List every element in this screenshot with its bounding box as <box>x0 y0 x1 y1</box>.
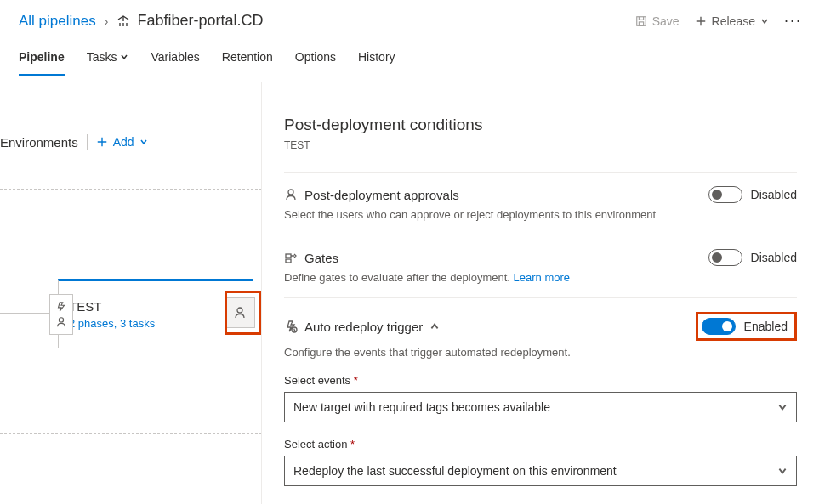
gates-toggle[interactable] <box>708 249 742 266</box>
release-button[interactable]: Release <box>695 14 769 28</box>
person-icon <box>55 316 67 328</box>
trigger-toggle[interactable] <box>702 318 736 335</box>
tab-history[interactable]: History <box>358 42 395 76</box>
tab-retention[interactable]: Retention <box>222 42 273 76</box>
gates-toggle-label: Disabled <box>751 251 797 264</box>
tab-variables[interactable]: Variables <box>151 42 199 76</box>
events-select-value: New target with required tags becomes av… <box>293 400 550 414</box>
svg-rect-0 <box>636 16 646 25</box>
save-button[interactable]: Save <box>635 14 680 28</box>
vertical-divider <box>87 134 88 150</box>
tab-pipeline[interactable]: Pipeline <box>19 42 65 76</box>
required-star: * <box>350 438 355 450</box>
gates-section: Gates Disabled Define gates to evaluate … <box>284 235 797 297</box>
approvals-toggle[interactable] <box>708 186 742 203</box>
required-star: * <box>354 374 358 387</box>
svg-point-2 <box>59 318 63 322</box>
gates-title: Gates <box>304 251 338 265</box>
chevron-down-icon <box>139 138 148 146</box>
chevron-up-icon <box>429 321 440 331</box>
breadcrumb-root-link[interactable]: All pipelines <box>19 13 96 30</box>
person-icon <box>284 188 298 201</box>
stage-name: TEST <box>69 299 242 314</box>
highlight-box: Enabled <box>696 312 797 341</box>
plus-icon <box>96 136 108 148</box>
chevron-down-icon <box>777 466 788 476</box>
gates-desc: Define gates to evaluate after the deplo… <box>284 271 797 284</box>
tab-tasks-label: Tasks <box>87 50 117 64</box>
svg-rect-1 <box>639 21 643 25</box>
gates-icon <box>284 251 298 264</box>
section-header: Gates Disabled <box>284 249 797 266</box>
tab-options[interactable]: Options <box>295 42 336 76</box>
panel-subtitle: TEST <box>284 139 797 151</box>
stage-card-wrap: TEST 2 phases, 3 tasks <box>58 279 253 348</box>
trigger-icon <box>284 320 298 333</box>
header-actions: Save Release ··· <box>635 12 802 30</box>
svg-point-3 <box>237 308 242 313</box>
trigger-icon <box>55 301 67 313</box>
svg-point-4 <box>288 190 293 195</box>
chevron-down-icon <box>760 17 769 25</box>
stage-tasks-link[interactable]: 2 phases, 3 tasks <box>69 317 242 330</box>
svg-rect-6 <box>286 259 291 263</box>
chevron-right-icon: › <box>105 14 109 28</box>
svg-rect-5 <box>286 254 291 258</box>
events-label-text: Select events <box>284 374 350 387</box>
section-header: Post-deployment approvals Disabled <box>284 186 797 203</box>
action-select-value: Redeploy the last successful deployment … <box>293 464 617 478</box>
trigger-desc: Configure the events that trigger automa… <box>284 346 797 359</box>
stage-card-body: TEST 2 phases, 3 tasks <box>59 292 253 337</box>
events-field-label: Select events * <box>284 374 797 387</box>
post-deployment-panel: Post-deployment conditions TEST Post-dep… <box>262 82 819 504</box>
environments-label: Environments <box>0 135 78 150</box>
breadcrumb: All pipelines › Fabfiber-portal.CD <box>19 12 263 30</box>
approvals-section: Post-deployment approvals Disabled Selec… <box>284 172 797 235</box>
pre-deploy-badge[interactable] <box>49 294 73 335</box>
approvals-toggle-label: Disabled <box>751 188 797 201</box>
plus-icon <box>695 15 707 27</box>
breadcrumb-row: All pipelines › Fabfiber-portal.CD Save … <box>0 0 819 42</box>
gates-desc-text: Define gates to evaluate after the deplo… <box>284 271 510 284</box>
action-label-text: Select action <box>284 438 347 450</box>
trigger-toggle-label: Enabled <box>744 320 788 333</box>
person-icon <box>233 306 247 320</box>
gates-toggle-wrap: Disabled <box>708 249 797 266</box>
post-deploy-button[interactable] <box>225 297 255 328</box>
events-select[interactable]: New target with required tags becomes av… <box>284 392 797 422</box>
panel-title: Post-deployment conditions <box>284 116 797 134</box>
save-icon <box>635 15 647 27</box>
trigger-title-wrap[interactable]: Auto redeploy trigger <box>284 320 440 334</box>
action-field-label: Select action * <box>284 438 797 450</box>
add-environment-button[interactable]: Add <box>96 135 148 149</box>
approvals-title: Post-deployment approvals <box>304 188 459 202</box>
trigger-section: Auto redeploy trigger Enabled Configure … <box>284 297 797 500</box>
release-label: Release <box>712 14 755 28</box>
trigger-title: Auto redeploy trigger <box>304 320 423 334</box>
more-button[interactable]: ··· <box>784 12 802 30</box>
approvals-toggle-wrap: Disabled <box>708 186 797 203</box>
tab-tasks[interactable]: Tasks <box>87 42 129 76</box>
section-header: Auto redeploy trigger Enabled <box>284 312 797 341</box>
approvals-desc: Select the users who can approve or reje… <box>284 208 797 221</box>
save-label: Save <box>652 14 680 28</box>
tab-row: Pipeline Tasks Variables Retention Optio… <box>0 42 819 76</box>
environments-header: Environments Add <box>0 134 148 150</box>
chevron-down-icon <box>777 402 788 412</box>
pipeline-icon <box>117 14 130 28</box>
gates-learn-more-link[interactable]: Learn more <box>514 271 570 284</box>
chevron-down-icon <box>120 53 128 61</box>
pipeline-title: Fabfiber-portal.CD <box>117 12 263 30</box>
pipeline-title-text: Fabfiber-portal.CD <box>137 12 263 30</box>
add-label: Add <box>113 135 134 149</box>
action-select[interactable]: Redeploy the last successful deployment … <box>284 456 797 486</box>
